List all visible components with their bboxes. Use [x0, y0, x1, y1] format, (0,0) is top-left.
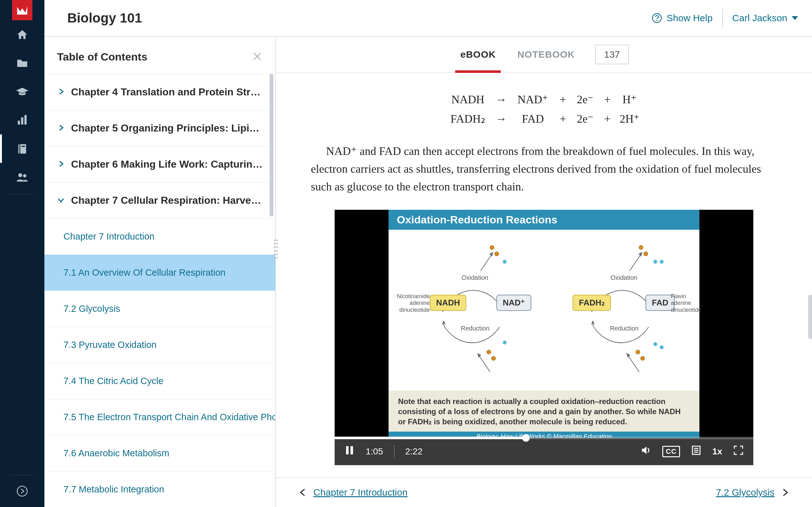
svg-rect-4	[19, 144, 20, 154]
chevron-right-icon	[781, 488, 790, 497]
molecule-fad: FAD	[646, 295, 675, 311]
playback-speed-button[interactable]: 1x	[712, 447, 722, 457]
toc-section-label: 7.2 Glycolysis	[63, 303, 120, 314]
show-help-button[interactable]: Show Help	[642, 9, 723, 27]
toc-close-button[interactable]	[252, 51, 263, 63]
toc-section[interactable]: 7.7 Metabolic Integration	[44, 471, 275, 507]
user-name: Carl Jackson	[732, 13, 787, 23]
video-controls: 1:05 2:22 CC 1x	[335, 438, 753, 465]
toc-section[interactable]: 7.4 The Citric Acid Cycle	[44, 363, 275, 399]
toc-section[interactable]: 7.6 Anaerobic Metabolism	[44, 435, 275, 471]
page-number-input[interactable]: 137	[595, 45, 629, 64]
help-icon	[652, 13, 662, 23]
video-title: Oxidation-Reduction Reactions	[389, 210, 699, 230]
toc-section-label: 7.6 Anaerobic Metabolism	[63, 448, 169, 458]
content-header: eBOOK NOTEBOOK 137	[276, 37, 812, 73]
table-of-contents-panel: Table of Contents Chapter 4 Translation …	[44, 37, 276, 507]
chevron-right-icon	[57, 124, 65, 131]
brand-logo[interactable]	[12, 0, 32, 20]
video-duration: 2:22	[405, 447, 423, 457]
toc-chapter[interactable]: Chapter 4 Translation and Protein Stru…	[44, 74, 275, 110]
book-icon	[15, 142, 29, 155]
toc-section[interactable]: 7.3 Pyruvate Oxidation	[44, 327, 275, 363]
page-number-value: 137	[604, 49, 620, 60]
video-progress-bar[interactable]	[335, 437, 753, 439]
tab-notebook[interactable]: NOTEBOOK	[516, 37, 576, 72]
tab-label: NOTEBOOK	[517, 49, 575, 60]
chevron-left-icon	[298, 488, 307, 497]
next-page-link[interactable]: 7.2 Glycolysis	[716, 487, 790, 498]
graduation-cap-icon	[15, 85, 29, 98]
tab-ebook[interactable]: eBOOK	[459, 37, 497, 72]
toc-scroll-area[interactable]: Chapter 4 Translation and Protein Stru… …	[44, 74, 275, 507]
folder-icon	[15, 56, 29, 70]
chevron-right-icon	[57, 160, 65, 168]
toc-chapter[interactable]: Chapter 6 Making Life Work: Capturing …	[44, 146, 275, 182]
nav-grad[interactable]	[0, 77, 44, 106]
svg-point-10	[656, 20, 658, 21]
main-content: eBOOK NOTEBOOK 137 NADH→NAD⁺+2e⁻+H⁺ FADH…	[276, 37, 812, 507]
molecule-fadh2: FADH₂	[572, 295, 611, 311]
chevron-right-icon	[57, 88, 65, 95]
video-letterbox	[335, 210, 389, 438]
nav-users[interactable]	[0, 163, 44, 191]
embedded-video: Oxidation-Reduction Reactions	[335, 210, 753, 465]
tab-label: eBOOK	[460, 49, 496, 60]
svg-rect-11	[346, 446, 349, 454]
svg-point-6	[18, 173, 22, 177]
nav-ebook[interactable]	[0, 134, 44, 163]
toc-scrollbar[interactable]	[270, 74, 273, 216]
toc-section[interactable]: 7.1 An Overview Of Cellular Respiration	[44, 255, 275, 291]
toc-chapter-label: Chapter 6 Making Life Work: Capturing …	[71, 158, 263, 170]
progress-thumb[interactable]	[522, 434, 530, 442]
next-page-label: 7.2 Glycolysis	[716, 487, 774, 498]
chevron-right-circle-icon	[15, 485, 29, 498]
page-scrollbar[interactable]	[808, 295, 812, 339]
transcript-button[interactable]	[691, 445, 702, 458]
nav-home[interactable]	[0, 20, 44, 49]
fullscreen-button[interactable]	[733, 445, 744, 458]
oxidation-label: Oxidation	[611, 274, 638, 281]
chevron-down-icon	[57, 196, 65, 204]
toc-chapter[interactable]: Chapter 5 Organizing Principles: Lipids…	[44, 110, 275, 146]
prev-page-link[interactable]: Chapter 7 Introduction	[298, 487, 408, 498]
separator	[394, 445, 395, 458]
pause-button[interactable]	[344, 445, 355, 458]
home-icon	[15, 28, 29, 41]
svg-point-9	[653, 14, 661, 22]
molecule-nadh: NADH	[430, 295, 466, 311]
toc-section-label: 7.4 The Citric Acid Cycle	[63, 376, 163, 386]
toc-chapter-label: Chapter 4 Translation and Protein Stru…	[71, 86, 263, 98]
closed-captions-button[interactable]: CC	[662, 446, 680, 457]
svg-rect-1	[21, 117, 23, 124]
nav-expand[interactable]	[0, 475, 44, 507]
video-frame[interactable]: Oxidation-Reduction Reactions	[389, 210, 699, 438]
user-menu[interactable]: Carl Jackson	[723, 13, 798, 23]
toc-section-label: 7.7 Metabolic Integration	[63, 484, 164, 495]
svg-rect-0	[18, 121, 20, 124]
video-diagram: Nicotinamide adenine dinucleotide NADH N…	[389, 230, 699, 391]
users-icon	[15, 170, 29, 184]
nav-bars[interactable]	[0, 106, 44, 134]
toc-section[interactable]: Chapter 7 Introduction	[44, 218, 275, 255]
molecule-nad: NAD⁺	[496, 295, 531, 311]
toc-section-label: 7.1 An Overview Of Cellular Respiration	[63, 268, 225, 278]
ebook-page[interactable]: NADH→NAD⁺+2e⁻+H⁺ FADH₂→FAD+2e⁻+2H⁺ NAD⁺ …	[276, 73, 812, 477]
video-letterbox	[699, 210, 753, 438]
toc-chapter-label: Chapter 5 Organizing Principles: Lipids…	[71, 122, 263, 134]
nav-rail	[0, 0, 44, 507]
toc-section[interactable]: 7.2 Glycolysis	[44, 291, 275, 327]
toc-chapter-label: Chapter 7 Cellular Respiration: Harvest…	[71, 194, 263, 206]
help-label: Show Help	[667, 13, 713, 23]
volume-button[interactable]	[641, 445, 652, 458]
prev-page-label: Chapter 7 Introduction	[313, 487, 408, 498]
toc-section-label: Chapter 7 Introduction	[63, 231, 154, 242]
toc-section[interactable]: 7.5 The Electron Transport Chain And Oxi…	[44, 399, 275, 435]
video-caption: Note that each reaction is actually a co…	[389, 391, 699, 432]
course-title: Biology 101	[67, 10, 142, 26]
bar-chart-icon	[15, 113, 29, 127]
toc-chapter[interactable]: Chapter 7 Cellular Respiration: Harvest…	[44, 182, 275, 218]
body-paragraph: NAD⁺ and FAD can then accept electrons f…	[311, 143, 777, 195]
nav-folder[interactable]	[0, 49, 44, 77]
reduction-label: Reduction	[461, 325, 490, 332]
